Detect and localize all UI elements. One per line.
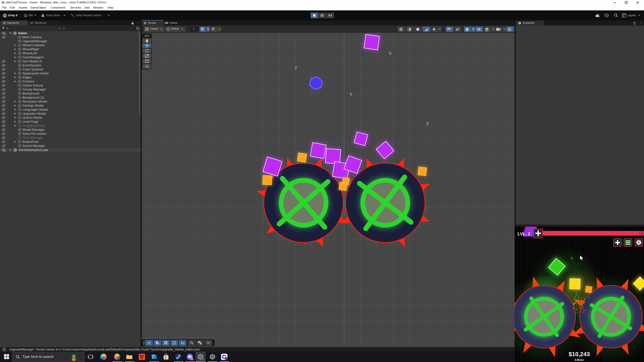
svg-text:Y: Y xyxy=(203,29,204,31)
